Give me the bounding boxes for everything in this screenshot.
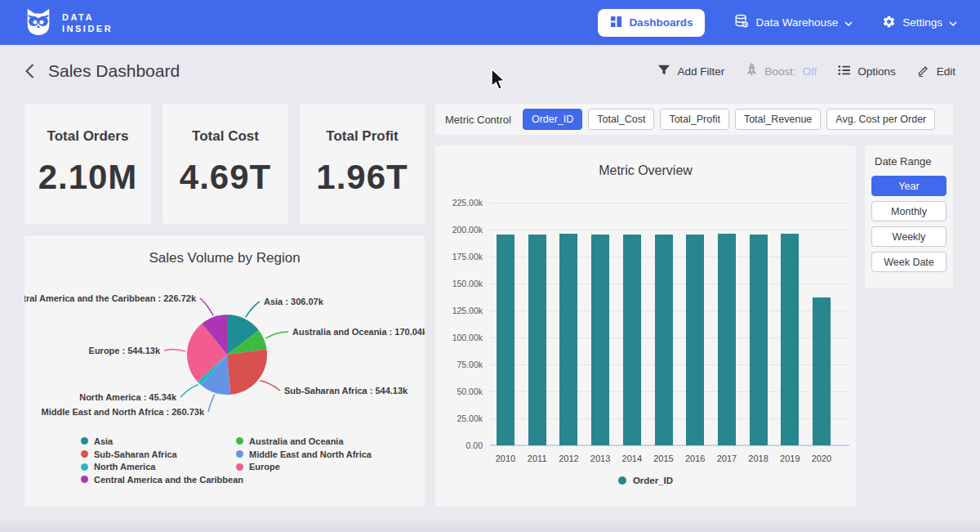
pie-leader-line (246, 302, 260, 317)
boost-state: Off (802, 65, 817, 78)
pie-leader-line (265, 332, 288, 338)
legend-label: Middle East and North Africa (249, 449, 372, 459)
legend-label: Europe (249, 462, 280, 472)
pie-legend-europe[interactable]: Europe (236, 460, 372, 473)
gridline (490, 203, 849, 203)
metric-option-total-revenue[interactable]: Total_Revenue (735, 109, 821, 130)
legend-label: North America (94, 462, 155, 472)
y-tick-label: 25.00k (435, 414, 483, 423)
metric-option-avg-cost-per-order[interactable]: Avg. Cost per Order (826, 109, 935, 130)
pie-legend-middle-east-and-north-africa[interactable]: Middle East and North Africa (236, 448, 372, 461)
nav-data-warehouse[interactable]: Data Warehouse (734, 14, 853, 31)
legend-dot (618, 476, 626, 485)
edit-pencil-icon (917, 64, 930, 79)
kpi-value: 4.69T (163, 158, 288, 197)
owl-logo-icon (23, 6, 54, 40)
date-range-weekly[interactable]: Weekly (871, 226, 947, 247)
bar-chart-plot-area (490, 203, 849, 445)
back-button[interactable] (24, 63, 35, 79)
pie-legend-asia[interactable]: Asia (81, 435, 243, 448)
date-range-monthly[interactable]: Monthly (871, 201, 947, 221)
nav-data-warehouse-label: Data Warehouse (755, 16, 838, 29)
legend-dot (81, 437, 88, 445)
date-range-label: Date Range (875, 155, 947, 168)
metric-option-total-profit[interactable]: Total_Profit (660, 109, 729, 130)
bar-2013[interactable] (591, 235, 609, 445)
bar-2018[interactable] (750, 235, 768, 445)
kpi-card-total-profit: Total Profit 1.96T (300, 104, 425, 224)
pie-slice-label: North America : 45.34k (79, 392, 177, 402)
legend-label: Asia (94, 436, 113, 446)
bar-2015[interactable] (655, 235, 673, 445)
y-tick-label: 0.00 (435, 440, 483, 450)
options-label: Options (858, 65, 896, 78)
gridline (490, 230, 849, 230)
options-button[interactable]: Options (838, 64, 896, 79)
edit-label: Edit (937, 65, 956, 78)
metric-option-order-id[interactable]: Order_ID (523, 109, 582, 130)
y-tick-label: 150.00k (435, 279, 483, 288)
bar-2010[interactable] (497, 235, 514, 445)
pie-leader-line (200, 298, 213, 315)
pie-slice-label: Sub-Saharan Africa : 544.13k (284, 386, 408, 396)
legend-dot (236, 463, 243, 471)
y-tick-label: 50.00k (435, 387, 483, 396)
pie-leader-line (208, 395, 215, 412)
nav-settings[interactable]: Settings (882, 15, 957, 31)
pie-slice-label: Central America and the Caribbean : 226.… (24, 293, 197, 303)
bar-2019[interactable] (781, 234, 799, 445)
nav-dashboards-label: Dashboards (629, 16, 693, 29)
kpi-label: Total Cost (163, 128, 288, 145)
filter-funnel-icon (657, 64, 670, 79)
kpi-label: Total Orders (24, 128, 151, 145)
legend-dot (81, 476, 88, 483)
y-tick-label: 200.00k (435, 225, 483, 235)
bar-2012[interactable] (559, 234, 577, 446)
add-filter-button[interactable]: Add Filter (657, 64, 724, 79)
date-range-card: Date Range YearMonthlyWeeklyWeek Date (865, 145, 953, 288)
boost-toggle[interactable]: Boost: Off (746, 63, 817, 79)
sales-volume-pie-card: Sales Volume by Region Asia : 306.07kAus… (24, 235, 425, 507)
page-title: Sales Dashboard (48, 61, 180, 81)
kpi-value: 2.10M (24, 158, 151, 197)
bar-chart-title: Metric Overview (435, 163, 856, 178)
y-tick-label: 100.00k (435, 333, 483, 342)
pie-legend-central-america-and-the-caribbean[interactable]: Central America and the Caribbean (81, 473, 243, 486)
metric-control-label: Metric Control (445, 114, 511, 126)
nav-dashboards-button[interactable]: Dashboards (598, 9, 705, 37)
date-range-year[interactable]: Year (871, 176, 947, 196)
legend-label: Sub-Saharan Africa (94, 449, 177, 459)
kpi-value: 1.96T (300, 158, 425, 197)
bar-2017[interactable] (718, 234, 736, 445)
pie-slice-label: Asia : 306.07k (264, 297, 324, 306)
metric-option-total-cost[interactable]: Total_Cost (588, 109, 654, 130)
metric-control-options: Order_IDTotal_CostTotal_ProfitTotal_Reve… (523, 109, 935, 130)
pie-leader-line (164, 350, 185, 352)
pie-legend-australia-and-oceania[interactable]: Australia and Oceania (236, 435, 372, 448)
legend-label: Order_ID (633, 476, 673, 485)
pie-legend-north-america[interactable]: North America (81, 460, 243, 473)
metric-control-bar: Metric Control Order_IDTotal_CostTotal_P… (435, 104, 953, 135)
pie-leader-line (260, 381, 280, 391)
page-header: Sales Dashboard Add Filter Boost: Off (0, 45, 980, 97)
edit-button[interactable]: Edit (917, 64, 956, 79)
bar-2020[interactable] (813, 297, 831, 445)
list-options-icon (838, 64, 851, 79)
boost-label: Boost: (764, 65, 795, 78)
bar-2011[interactable] (528, 235, 546, 445)
date-range-options: YearMonthlyWeeklyWeek Date (871, 176, 947, 272)
dashboard-content: Total Orders 2.10M Total Cost 4.69T Tota… (0, 97, 980, 532)
bar-2016[interactable] (686, 235, 704, 445)
bar-2014[interactable] (623, 235, 641, 445)
kpi-card-total-cost: Total Cost 4.69T (163, 104, 288, 224)
pie-legend-column-2: Australia and OceaniaMiddle East and Nor… (236, 435, 372, 473)
navbar: DATA INSIDER Dashboards (0, 0, 980, 45)
pie-legend-column-1: AsiaSub-Saharan AfricaNorth AmericaCentr… (81, 435, 243, 486)
bar-chart-legend[interactable]: Order_ID (435, 476, 856, 485)
date-range-week-date[interactable]: Week Date (871, 252, 947, 272)
pie-slice-sub-saharan-africa[interactable] (227, 349, 267, 395)
legend-label: Central America and the Caribbean (94, 475, 243, 485)
database-icon (734, 14, 749, 31)
kpi-label: Total Profit (300, 128, 425, 145)
pie-legend-sub-saharan-africa[interactable]: Sub-Saharan Africa (81, 448, 243, 461)
